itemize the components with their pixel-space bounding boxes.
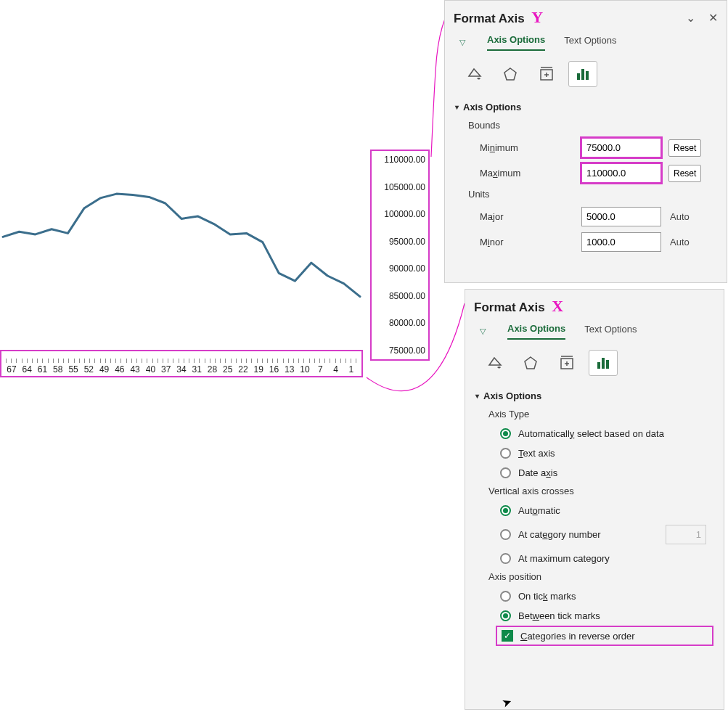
tab-caret-icon: ▽: [459, 38, 465, 47]
option-label: Categories in reverse order: [520, 631, 635, 642]
pane-title: Format Axis: [454, 12, 525, 25]
option-label: At category number: [518, 529, 600, 540]
svg-rect-11: [606, 360, 609, 369]
svg-rect-5: [586, 71, 589, 80]
vertical-axis-crosses-label: Vertical axis crosses: [475, 483, 713, 501]
radio-on-tick-marks[interactable]: On tick marks: [475, 586, 713, 606]
effects-icon[interactable]: [496, 61, 525, 87]
option-label: Automatically select based on data: [518, 428, 664, 439]
units-label: Units: [455, 186, 716, 204]
section-title: Axis Options: [463, 102, 521, 112]
option-label: On tick marks: [518, 591, 576, 602]
radio-icon: [500, 591, 511, 602]
tab-axis-options[interactable]: Axis Options: [507, 323, 565, 340]
section-title: Axis Options: [483, 390, 541, 401]
tab-axis-options[interactable]: Axis Options: [487, 34, 545, 51]
format-axis-pane-y: Format Axis Y ⌄ ✕ ▽ Axis Options Text Op…: [444, 0, 727, 283]
radio-vac-at-category[interactable]: At category number: [475, 520, 713, 549]
tab-text-options[interactable]: Text Options: [564, 35, 616, 50]
line-chart-plot: [0, 150, 363, 360]
radio-icon: [500, 529, 511, 540]
major-auto-label: Auto: [668, 211, 690, 222]
option-label: Date axis: [518, 467, 557, 478]
major-units-input[interactable]: [581, 207, 661, 226]
chart-x-axis[interactable]: 6764615855524946434037343128252219161310…: [0, 350, 363, 377]
fill-line-icon[interactable]: [480, 350, 509, 376]
major-label: Major: [480, 211, 574, 222]
size-properties-icon[interactable]: [552, 350, 581, 376]
axis-position-label: Axis position: [475, 568, 713, 586]
chevron-down-icon: ▾: [475, 392, 479, 400]
axis-options-icon[interactable]: [568, 61, 597, 87]
radio-icon: [500, 428, 511, 439]
at-category-number-input: [666, 525, 706, 544]
radio-icon: [500, 505, 511, 516]
option-label: Automatic: [518, 505, 560, 516]
chevron-down-icon[interactable]: ⌄: [686, 11, 695, 25]
radio-axis-type-date[interactable]: Date axis: [475, 463, 713, 483]
fill-line-icon[interactable]: [459, 61, 488, 87]
radio-between-tick-marks[interactable]: Between tick marks: [475, 606, 713, 626]
option-label: Text axis: [518, 448, 555, 459]
minor-auto-label: Auto: [668, 237, 690, 247]
radio-vac-automatic[interactable]: Automatic: [475, 501, 713, 520]
size-properties-icon[interactable]: [532, 61, 561, 87]
tab-caret-icon: ▽: [480, 327, 486, 336]
annotation-x-badge: X: [552, 297, 563, 315]
maximum-reset-button[interactable]: Reset: [668, 165, 701, 182]
x-axis-tick-marks: [6, 359, 357, 363]
option-label: At maximum category: [518, 553, 610, 564]
minor-label: Minor: [480, 237, 574, 247]
axis-options-icon[interactable]: [589, 350, 618, 376]
x-axis-tick-labels: 6764615855524946434037343128252219161310…: [1, 364, 361, 375]
maximum-input[interactable]: [581, 163, 661, 183]
svg-rect-9: [597, 362, 600, 369]
section-axis-options-toggle[interactable]: ▾ Axis Options: [475, 386, 713, 406]
radio-icon: [500, 553, 511, 564]
minimum-label: Minimum: [480, 142, 574, 153]
svg-rect-4: [581, 69, 584, 80]
close-icon[interactable]: ✕: [708, 11, 718, 25]
option-label: Between tick marks: [518, 610, 600, 621]
checkbox-icon: [502, 630, 513, 642]
minimum-reset-button[interactable]: Reset: [668, 139, 701, 157]
radio-axis-type-text[interactable]: Text axis: [475, 443, 713, 463]
svg-marker-6: [525, 357, 536, 369]
annotation-y-badge: Y: [531, 8, 543, 26]
svg-rect-3: [577, 73, 580, 80]
radio-icon: [500, 448, 511, 459]
svg-rect-10: [602, 358, 605, 369]
chart-y-axis-labels[interactable]: 110000.00105000.00100000.0095000.0090000…: [370, 150, 430, 361]
effects-icon[interactable]: [516, 350, 545, 376]
radio-icon: [500, 610, 511, 621]
pane-title: Format Axis: [474, 300, 545, 314]
minimum-input[interactable]: [581, 138, 661, 157]
tab-text-options[interactable]: Text Options: [584, 324, 637, 339]
chevron-down-icon: ▾: [455, 103, 459, 111]
bounds-label: Bounds: [455, 117, 716, 135]
radio-axis-type-auto[interactable]: Automatically select based on data: [475, 424, 713, 443]
minor-units-input[interactable]: [581, 232, 661, 252]
chart-area[interactable]: 6764615855524946434037343128252219161310…: [0, 150, 363, 377]
axis-type-label: Axis Type: [475, 406, 713, 424]
format-axis-pane-x: Format Axis X ▽ Axis Options Text Option…: [465, 289, 724, 710]
section-axis-options-toggle[interactable]: ▾ Axis Options: [455, 97, 716, 117]
svg-marker-0: [504, 68, 516, 80]
maximum-label: Maximum: [480, 168, 574, 179]
checkbox-categories-reverse[interactable]: Categories in reverse order: [496, 626, 713, 646]
radio-icon: [500, 467, 511, 478]
radio-vac-at-max[interactable]: At maximum category: [475, 549, 713, 568]
